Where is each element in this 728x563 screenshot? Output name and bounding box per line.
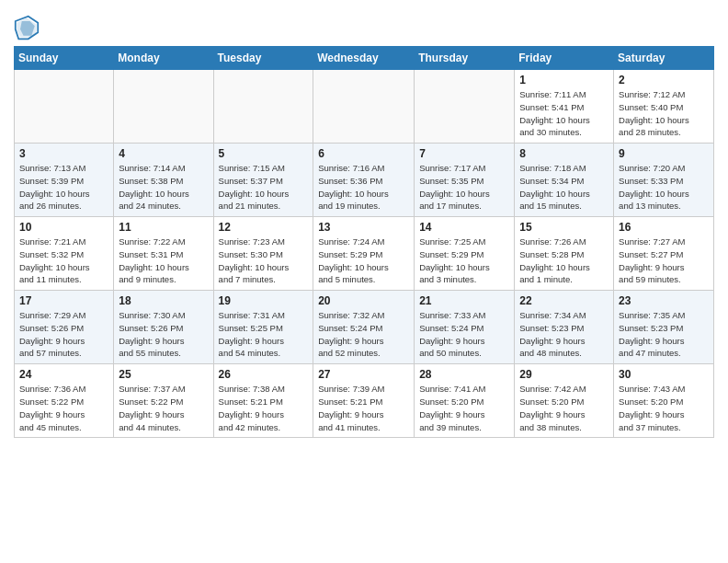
day-number: 12 (219, 221, 309, 234)
day-info: Sunrise: 7:39 AMSunset: 5:21 PMDaylight:… (318, 383, 409, 433)
calendar-day-cell: 17Sunrise: 7:29 AMSunset: 5:26 PMDayligh… (15, 291, 114, 364)
calendar-day-cell (114, 70, 213, 144)
calendar-day-cell (213, 70, 313, 144)
weekday-header: Monday (114, 47, 213, 70)
day-info: Sunrise: 7:23 AMSunset: 5:30 PMDaylight:… (219, 236, 309, 286)
weekday-header: Saturday (614, 47, 714, 70)
day-number: 14 (419, 221, 509, 234)
day-info: Sunrise: 7:22 AMSunset: 5:31 PMDaylight:… (119, 236, 208, 286)
day-info: Sunrise: 7:41 AMSunset: 5:20 PMDaylight:… (419, 383, 509, 433)
calendar-day-cell: 19Sunrise: 7:31 AMSunset: 5:25 PMDayligh… (213, 291, 313, 364)
calendar-day-cell (15, 70, 114, 144)
day-number: 9 (619, 147, 709, 160)
day-number: 5 (219, 147, 309, 160)
calendar-day-cell: 25Sunrise: 7:37 AMSunset: 5:22 PMDayligh… (114, 364, 213, 438)
day-info: Sunrise: 7:21 AMSunset: 5:32 PMDaylight:… (19, 236, 108, 286)
weekday-header: Tuesday (213, 47, 313, 70)
day-number: 17 (19, 294, 108, 307)
calendar-day-cell: 14Sunrise: 7:25 AMSunset: 5:29 PMDayligh… (415, 217, 515, 291)
day-number: 8 (519, 147, 609, 160)
day-info: Sunrise: 7:31 AMSunset: 5:25 PMDaylight:… (219, 309, 309, 360)
calendar-week-row: 10Sunrise: 7:21 AMSunset: 5:32 PMDayligh… (15, 217, 714, 291)
day-number: 10 (19, 221, 108, 234)
day-number: 16 (619, 221, 709, 234)
day-number: 3 (19, 147, 108, 160)
day-number: 23 (619, 294, 709, 307)
day-number: 28 (419, 368, 509, 381)
day-info: Sunrise: 7:17 AMSunset: 5:35 PMDaylight:… (419, 162, 509, 213)
calendar-day-cell: 24Sunrise: 7:36 AMSunset: 5:22 PMDayligh… (15, 364, 114, 438)
calendar-week-row: 17Sunrise: 7:29 AMSunset: 5:26 PMDayligh… (15, 291, 714, 364)
day-number: 4 (119, 147, 208, 160)
calendar-day-cell: 26Sunrise: 7:38 AMSunset: 5:21 PMDayligh… (213, 364, 313, 438)
day-info: Sunrise: 7:37 AMSunset: 5:22 PMDaylight:… (119, 383, 208, 433)
calendar-day-cell: 7Sunrise: 7:17 AMSunset: 5:35 PMDaylight… (415, 144, 515, 217)
calendar-day-cell (415, 70, 515, 144)
calendar-header-row: SundayMondayTuesdayWednesdayThursdayFrid… (15, 47, 714, 70)
calendar-day-cell: 30Sunrise: 7:43 AMSunset: 5:20 PMDayligh… (614, 364, 714, 438)
day-info: Sunrise: 7:25 AMSunset: 5:29 PMDaylight:… (419, 236, 509, 286)
day-info: Sunrise: 7:13 AMSunset: 5:39 PMDaylight:… (19, 162, 108, 213)
day-number: 7 (419, 147, 509, 160)
day-info: Sunrise: 7:42 AMSunset: 5:20 PMDaylight:… (519, 383, 609, 433)
page: SundayMondayTuesdayWednesdayThursdayFrid… (0, 0, 728, 447)
day-info: Sunrise: 7:43 AMSunset: 5:20 PMDaylight:… (619, 383, 709, 433)
calendar-day-cell: 12Sunrise: 7:23 AMSunset: 5:30 PMDayligh… (213, 217, 313, 291)
calendar-day-cell: 18Sunrise: 7:30 AMSunset: 5:26 PMDayligh… (114, 291, 213, 364)
day-number: 25 (119, 368, 208, 381)
logo (14, 15, 43, 40)
calendar-day-cell: 20Sunrise: 7:32 AMSunset: 5:24 PMDayligh… (313, 291, 415, 364)
day-info: Sunrise: 7:11 AMSunset: 5:41 PMDaylight:… (519, 88, 609, 139)
day-info: Sunrise: 7:30 AMSunset: 5:26 PMDaylight:… (119, 309, 208, 360)
calendar-week-row: 3Sunrise: 7:13 AMSunset: 5:39 PMDaylight… (15, 144, 714, 217)
day-number: 21 (419, 294, 509, 307)
day-number: 6 (318, 147, 409, 160)
day-info: Sunrise: 7:26 AMSunset: 5:28 PMDaylight:… (519, 236, 609, 286)
day-info: Sunrise: 7:27 AMSunset: 5:27 PMDaylight:… (619, 236, 709, 286)
calendar-day-cell: 2Sunrise: 7:12 AMSunset: 5:40 PMDaylight… (614, 70, 714, 144)
calendar-day-cell: 11Sunrise: 7:22 AMSunset: 5:31 PMDayligh… (114, 217, 213, 291)
day-info: Sunrise: 7:15 AMSunset: 5:37 PMDaylight:… (219, 162, 309, 213)
calendar-day-cell (313, 70, 415, 144)
day-number: 15 (519, 221, 609, 234)
calendar-day-cell: 28Sunrise: 7:41 AMSunset: 5:20 PMDayligh… (415, 364, 515, 438)
calendar-day-cell: 1Sunrise: 7:11 AMSunset: 5:41 PMDaylight… (515, 70, 614, 144)
day-number: 27 (318, 368, 409, 381)
day-info: Sunrise: 7:20 AMSunset: 5:33 PMDaylight:… (619, 162, 709, 213)
calendar-day-cell: 15Sunrise: 7:26 AMSunset: 5:28 PMDayligh… (515, 217, 614, 291)
calendar-day-cell: 9Sunrise: 7:20 AMSunset: 5:33 PMDaylight… (614, 144, 714, 217)
day-number: 26 (219, 368, 309, 381)
day-number: 2 (619, 74, 709, 86)
calendar-day-cell: 29Sunrise: 7:42 AMSunset: 5:20 PMDayligh… (515, 364, 614, 438)
day-number: 29 (519, 368, 609, 381)
weekday-header: Thursday (415, 47, 515, 70)
day-number: 30 (619, 368, 709, 381)
day-number: 19 (219, 294, 309, 307)
calendar-day-cell: 6Sunrise: 7:16 AMSunset: 5:36 PMDaylight… (313, 144, 415, 217)
calendar-week-row: 24Sunrise: 7:36 AMSunset: 5:22 PMDayligh… (15, 364, 714, 438)
weekday-header: Friday (515, 47, 614, 70)
day-number: 13 (318, 221, 409, 234)
calendar-day-cell: 3Sunrise: 7:13 AMSunset: 5:39 PMDaylight… (15, 144, 114, 217)
calendar: SundayMondayTuesdayWednesdayThursdayFrid… (14, 46, 714, 438)
calendar-day-cell: 23Sunrise: 7:35 AMSunset: 5:23 PMDayligh… (614, 291, 714, 364)
day-number: 22 (519, 294, 609, 307)
calendar-day-cell: 5Sunrise: 7:15 AMSunset: 5:37 PMDaylight… (213, 144, 313, 217)
logo-icon (14, 15, 40, 40)
calendar-day-cell: 27Sunrise: 7:39 AMSunset: 5:21 PMDayligh… (313, 364, 415, 438)
day-info: Sunrise: 7:34 AMSunset: 5:23 PMDaylight:… (519, 309, 609, 360)
weekday-header: Sunday (15, 47, 114, 70)
calendar-day-cell: 8Sunrise: 7:18 AMSunset: 5:34 PMDaylight… (515, 144, 614, 217)
day-number: 11 (119, 221, 208, 234)
day-info: Sunrise: 7:35 AMSunset: 5:23 PMDaylight:… (619, 309, 709, 360)
day-number: 20 (318, 294, 409, 307)
day-number: 24 (19, 368, 108, 381)
calendar-day-cell: 13Sunrise: 7:24 AMSunset: 5:29 PMDayligh… (313, 217, 415, 291)
calendar-day-cell: 22Sunrise: 7:34 AMSunset: 5:23 PMDayligh… (515, 291, 614, 364)
day-info: Sunrise: 7:36 AMSunset: 5:22 PMDaylight:… (19, 383, 108, 433)
day-info: Sunrise: 7:12 AMSunset: 5:40 PMDaylight:… (619, 88, 709, 139)
calendar-day-cell: 10Sunrise: 7:21 AMSunset: 5:32 PMDayligh… (15, 217, 114, 291)
calendar-day-cell: 21Sunrise: 7:33 AMSunset: 5:24 PMDayligh… (415, 291, 515, 364)
day-number: 1 (519, 74, 609, 86)
day-info: Sunrise: 7:14 AMSunset: 5:38 PMDaylight:… (119, 162, 208, 213)
